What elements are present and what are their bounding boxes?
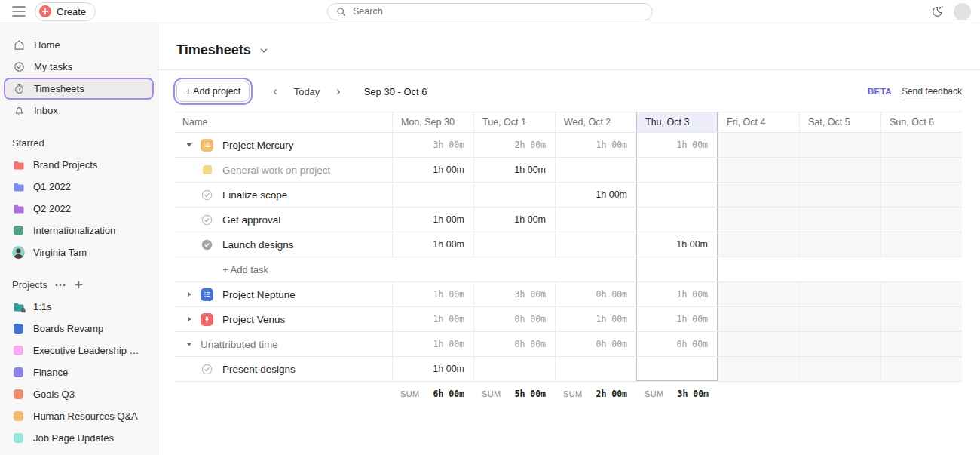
time-cell[interactable]: 1h 00m bbox=[555, 307, 636, 331]
search-bar[interactable] bbox=[327, 3, 653, 20]
starred-item-brand-projects[interactable]: Brand Projects bbox=[0, 154, 158, 176]
time-cell[interactable]: 1h 00m bbox=[392, 232, 473, 257]
time-cell[interactable] bbox=[799, 133, 880, 157]
row-name-cell[interactable]: Get approval bbox=[175, 208, 392, 232]
collapse-chevron-icon[interactable] bbox=[182, 340, 195, 348]
day-column-header-sun-oct-6[interactable]: Sun, Oct 6 bbox=[880, 112, 962, 132]
do-not-disturb-moon-icon[interactable]: zz bbox=[929, 4, 945, 19]
expand-chevron-icon[interactable] bbox=[182, 291, 195, 298]
time-cell[interactable] bbox=[636, 357, 718, 381]
time-cell[interactable] bbox=[636, 208, 718, 232]
next-week-chevron-icon[interactable]: › bbox=[334, 84, 342, 99]
time-cell[interactable] bbox=[473, 357, 555, 381]
day-column-header-thu-oct-3[interactable]: Thu, Oct 3 bbox=[636, 112, 718, 132]
search-input[interactable] bbox=[351, 5, 644, 17]
sidebar-item-inbox[interactable]: Inbox bbox=[0, 100, 158, 121]
time-cell[interactable]: 1h 00m bbox=[473, 208, 555, 232]
day-column-header-tue-oct-1[interactable]: Tue, Oct 1 bbox=[473, 112, 555, 132]
time-cell[interactable]: 1h 00m bbox=[392, 208, 473, 232]
day-column-header-wed-oct-2[interactable]: Wed, Oct 2 bbox=[555, 112, 636, 132]
time-cell[interactable] bbox=[880, 183, 962, 207]
starred-item-internationalization[interactable]: Internationalization bbox=[0, 220, 158, 241]
collapse-chevron-icon[interactable] bbox=[182, 141, 195, 149]
time-cell[interactable]: 1h 00m bbox=[636, 232, 718, 257]
time-cell[interactable] bbox=[555, 208, 636, 232]
time-cell[interactable] bbox=[555, 357, 636, 381]
create-button[interactable]: Create bbox=[35, 2, 96, 21]
time-cell[interactable] bbox=[718, 232, 799, 257]
time-cell[interactable] bbox=[799, 282, 880, 306]
send-feedback-link[interactable]: Send feedback bbox=[902, 86, 962, 97]
time-cell[interactable] bbox=[799, 357, 880, 381]
time-cell[interactable]: 1h 00m bbox=[473, 158, 555, 182]
day-column-header-sat-oct-5[interactable]: Sat, Oct 5 bbox=[799, 112, 880, 132]
time-cell[interactable] bbox=[718, 257, 799, 281]
task-check-circle-icon[interactable] bbox=[201, 364, 213, 375]
row-name-cell[interactable]: Unattributed time bbox=[175, 332, 392, 356]
time-cell[interactable] bbox=[473, 183, 555, 207]
time-cell[interactable] bbox=[880, 133, 962, 157]
time-cell[interactable] bbox=[799, 332, 880, 356]
time-cell[interactable] bbox=[799, 257, 880, 281]
time-cell[interactable]: 1h 00m bbox=[555, 183, 636, 207]
time-cell[interactable] bbox=[718, 357, 799, 381]
time-cell[interactable]: 0h 00m bbox=[473, 307, 555, 331]
time-cell[interactable] bbox=[799, 208, 880, 232]
time-cell[interactable] bbox=[718, 158, 799, 182]
task-check-circle-icon[interactable] bbox=[201, 189, 213, 201]
time-cell[interactable] bbox=[880, 158, 962, 182]
time-cell[interactable]: 1h 00m bbox=[555, 133, 636, 157]
time-cell[interactable] bbox=[636, 158, 718, 182]
time-cell[interactable] bbox=[799, 158, 880, 182]
row-name-cell[interactable]: Project Venus bbox=[175, 307, 392, 331]
time-cell[interactable] bbox=[555, 158, 636, 182]
time-cell[interactable]: 1h 00m bbox=[636, 307, 718, 331]
time-cell[interactable] bbox=[555, 232, 636, 257]
project-item-goals-q3[interactable]: Goals Q3 bbox=[0, 383, 158, 405]
project-item-finance[interactable]: Finance bbox=[0, 361, 158, 383]
title-chevron-down-icon[interactable] bbox=[259, 45, 268, 58]
time-cell[interactable]: 1h 00m bbox=[392, 357, 473, 381]
starred-section-header[interactable]: Starred bbox=[0, 132, 158, 154]
sidebar-item-timesheets[interactable]: Timesheets bbox=[4, 78, 154, 100]
time-cell[interactable] bbox=[555, 257, 636, 281]
project-item-job-page-updates[interactable]: Job Page Updates bbox=[0, 427, 158, 449]
time-cell[interactable] bbox=[392, 257, 473, 281]
time-cell[interactable]: 1h 00m bbox=[392, 282, 473, 306]
time-cell[interactable] bbox=[799, 232, 880, 257]
sidebar-item-home[interactable]: Home bbox=[0, 34, 158, 56]
time-cell[interactable]: 0h 00m bbox=[636, 332, 718, 356]
time-cell[interactable] bbox=[799, 307, 880, 331]
row-name-cell[interactable]: Project Neptune bbox=[175, 282, 392, 306]
hamburger-menu-icon[interactable] bbox=[9, 2, 29, 20]
add-project-button[interactable]: + Add project bbox=[176, 81, 250, 102]
starred-item-q2-2022[interactable]: Q2 2022 bbox=[0, 198, 158, 220]
starred-item-q1-2022[interactable]: Q1 2022 bbox=[0, 176, 158, 198]
time-cell[interactable] bbox=[880, 332, 962, 356]
time-cell[interactable]: 1h 00m bbox=[636, 133, 718, 157]
time-cell[interactable] bbox=[636, 183, 718, 207]
add-task-button[interactable]: + Add task bbox=[222, 264, 268, 275]
row-name-cell[interactable]: Launch designs bbox=[175, 232, 392, 257]
time-cell[interactable] bbox=[718, 307, 799, 331]
time-cell[interactable] bbox=[718, 332, 799, 356]
time-cell[interactable]: 1h 00m bbox=[392, 158, 473, 182]
time-cell[interactable] bbox=[718, 183, 799, 207]
name-column-header[interactable]: Name bbox=[175, 112, 392, 132]
add-project-plus-icon[interactable] bbox=[75, 281, 83, 289]
time-cell[interactable]: 3h 00m bbox=[473, 282, 555, 306]
time-cell[interactable] bbox=[880, 208, 962, 232]
project-item-boards-revamp[interactable]: Boards Revamp bbox=[0, 318, 158, 340]
time-cell[interactable] bbox=[473, 232, 555, 257]
time-cell[interactable] bbox=[880, 232, 962, 257]
previous-week-chevron-icon[interactable]: ‹ bbox=[271, 84, 279, 99]
time-cell[interactable] bbox=[880, 257, 962, 281]
starred-item-virginia-tam[interactable]: Virginia Tam bbox=[0, 241, 158, 263]
time-cell[interactable]: 1h 00m bbox=[636, 282, 718, 306]
time-cell[interactable]: 1h 00m bbox=[392, 307, 473, 331]
time-cell[interactable]: 1h 00m bbox=[392, 332, 473, 356]
time-cell[interactable] bbox=[636, 257, 718, 281]
time-cell[interactable] bbox=[880, 307, 962, 331]
task-completed-icon[interactable] bbox=[201, 239, 213, 251]
projects-more-icon[interactable] bbox=[55, 284, 66, 287]
